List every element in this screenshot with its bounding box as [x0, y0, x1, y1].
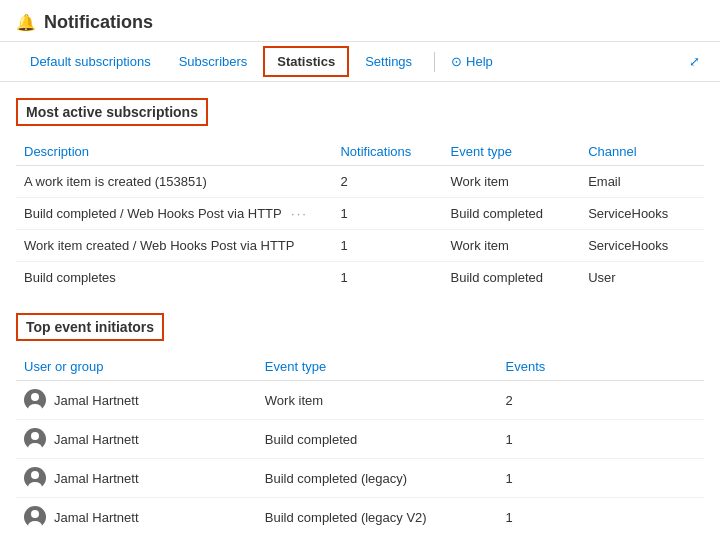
tab-separator — [434, 52, 435, 72]
notifications-cell: 1 — [332, 262, 442, 294]
most-active-section: Most active subscriptions Description No… — [16, 98, 704, 293]
events-cell: 1 — [498, 420, 704, 459]
user-cell: Jamal Hartnett — [16, 381, 257, 420]
list-item: Jamal Hartnett Build completed 1 — [16, 420, 704, 459]
table-row: Build completed / Web Hooks Post via HTT… — [16, 198, 704, 230]
avatar — [24, 506, 46, 528]
event-type-cell2: Build completed (legacy V2) — [257, 498, 498, 537]
event-type-cell2: Work item — [257, 381, 498, 420]
tab-statistics[interactable]: Statistics — [263, 46, 349, 77]
event-type-cell2: Build completed — [257, 420, 498, 459]
top-event-table: User or group Event type Events Jamal Ha… — [16, 353, 704, 536]
top-event-title: Top event initiators — [16, 313, 164, 341]
table-row: A work item is created (153851) 2 Work i… — [16, 166, 704, 198]
list-item: Jamal Hartnett Build completed (legacy V… — [16, 498, 704, 537]
col-channel: Channel — [580, 138, 704, 166]
event-type-cell: Work item — [443, 166, 581, 198]
col-event-type: Event type — [443, 138, 581, 166]
avatar — [24, 428, 46, 450]
tab-bar: Default subscriptions Subscribers Statis… — [0, 42, 720, 82]
svg-point-4 — [31, 432, 39, 440]
event-type-cell: Work item — [443, 230, 581, 262]
top-event-section: Top event initiators User or group Event… — [16, 313, 704, 536]
page-title: Notifications — [44, 12, 153, 33]
expand-icon[interactable]: ⤢ — [685, 44, 704, 79]
channel-cell: Email — [580, 166, 704, 198]
table-row: Build completes 1 Build completed User — [16, 262, 704, 294]
avatar — [24, 389, 46, 411]
tab-settings[interactable]: Settings — [351, 44, 426, 79]
col-notifications: Notifications — [332, 138, 442, 166]
svg-point-7 — [31, 471, 39, 479]
svg-point-10 — [31, 510, 39, 518]
most-active-title: Most active subscriptions — [16, 98, 208, 126]
user-cell: Jamal Hartnett — [16, 498, 257, 537]
tab-default-subscriptions[interactable]: Default subscriptions — [16, 44, 165, 79]
list-item: Jamal Hartnett Build completed (legacy) … — [16, 459, 704, 498]
event-type-cell: Build completed — [443, 262, 581, 294]
list-item: Jamal Hartnett Work item 2 — [16, 381, 704, 420]
avatar — [24, 467, 46, 489]
user-cell: Jamal Hartnett — [16, 420, 257, 459]
events-cell: 2 — [498, 381, 704, 420]
channel-cell: ServiceHooks — [580, 230, 704, 262]
event-type-cell: Build completed — [443, 198, 581, 230]
page-header: 🔔 Notifications — [0, 0, 720, 42]
help-label: Help — [466, 54, 493, 69]
desc-cell: A work item is created (153851) — [16, 166, 332, 198]
notifications-cell: 1 — [332, 198, 442, 230]
svg-point-1 — [31, 393, 39, 401]
notifications-cell: 2 — [332, 166, 442, 198]
bell-icon: 🔔 — [16, 13, 36, 32]
user-cell: Jamal Hartnett — [16, 459, 257, 498]
col-user-group: User or group — [16, 353, 257, 381]
main-content: Most active subscriptions Description No… — [0, 82, 720, 537]
desc-cell: Build completes — [16, 262, 332, 294]
events-cell: 1 — [498, 459, 704, 498]
events-cell: 1 — [498, 498, 704, 537]
notifications-cell: 1 — [332, 230, 442, 262]
col-event-type2: Event type — [257, 353, 498, 381]
row-menu-dots[interactable]: ··· — [291, 206, 308, 221]
desc-cell: Work item created / Web Hooks Post via H… — [16, 230, 332, 262]
tab-subscribers[interactable]: Subscribers — [165, 44, 262, 79]
tab-help[interactable]: ⊙ Help — [443, 44, 501, 79]
col-description: Description — [16, 138, 332, 166]
col-events: Events — [498, 353, 704, 381]
channel-cell: User — [580, 262, 704, 294]
most-active-table: Description Notifications Event type Cha… — [16, 138, 704, 293]
help-circle-icon: ⊙ — [451, 54, 462, 69]
channel-cell: ServiceHooks — [580, 198, 704, 230]
table-row: Work item created / Web Hooks Post via H… — [16, 230, 704, 262]
desc-cell: Build completed / Web Hooks Post via HTT… — [16, 198, 332, 230]
event-type-cell2: Build completed (legacy) — [257, 459, 498, 498]
